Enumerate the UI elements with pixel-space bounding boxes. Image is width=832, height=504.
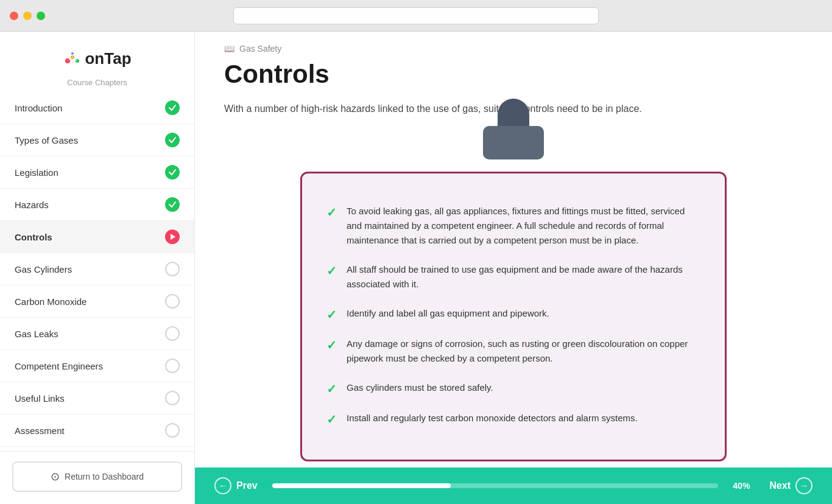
checklist-text-1: To avoid leaking gas, all gas appliances… <box>347 204 700 248</box>
checklist-text-3: Identify and label all gas equipment and… <box>347 306 549 321</box>
status-icon-hazards <box>165 197 180 212</box>
breadcrumb: 📖 Gas Safety <box>195 32 832 60</box>
check-icon-4: ✓ <box>326 338 337 352</box>
prev-circle-arrow-icon: ← <box>214 477 231 494</box>
checklist-text-6: Install and regularly test carbon monoxi… <box>347 411 638 425</box>
sidebar-item-legislation[interactable]: Legislation <box>0 156 194 189</box>
checklist-item-3: ✓ Identify and label all gas equipment a… <box>326 306 700 322</box>
chapter-label-competent-engineers: Competent Engineers <box>15 361 165 371</box>
traffic-lights <box>10 12 45 20</box>
svg-line-5 <box>72 57 77 61</box>
maximize-button[interactable] <box>37 12 45 20</box>
sidebar-item-gas-leaks[interactable]: Gas Leaks <box>0 318 194 350</box>
close-button[interactable] <box>10 12 18 20</box>
chapter-label-types-of-gases: Types of Gases <box>15 135 165 145</box>
status-icon-useful-links <box>165 391 180 405</box>
prev-label: Prev <box>236 480 258 491</box>
sidebar-item-types-of-gases[interactable]: Types of Gases <box>0 124 194 156</box>
bottom-bar: ← Prev 40% Next → <box>195 467 832 504</box>
checklist-text-4: Any damage or signs of corrosion, such a… <box>347 337 700 366</box>
page-content: Controls With a number of high-risk haza… <box>195 60 832 467</box>
status-icon-introduction <box>165 100 180 115</box>
checklist-board: ✓ To avoid leaking gas, all gas applianc… <box>300 172 727 461</box>
chapter-label-gas-cylinders: Gas Cylinders <box>15 264 165 275</box>
sidebar-item-gas-cylinders[interactable]: Gas Cylinders <box>0 253 194 285</box>
chapter-label-controls: Controls <box>15 232 165 242</box>
logo-icon <box>63 49 82 68</box>
status-icon-gas-cylinders <box>165 262 180 276</box>
app-container: onTap Course Chapters Introduction Types… <box>0 32 832 504</box>
chapter-label-carbon-monoxide: Carbon Monoxide <box>15 296 165 307</box>
checklist-text-2: All staff should be trained to use gas e… <box>347 262 700 292</box>
sidebar-footer: ⊙ Return to Dashboard <box>0 451 194 504</box>
chapter-label-gas-leaks: Gas Leaks <box>15 329 165 339</box>
return-btn-label: Return to Dashboard <box>65 472 144 481</box>
check-icon-5: ✓ <box>326 382 337 396</box>
breadcrumb-icon: 📖 <box>224 44 234 54</box>
prev-button[interactable]: ← Prev <box>214 477 258 494</box>
checklist-item-4: ✓ Any damage or signs of corrosion, such… <box>326 337 700 366</box>
next-circle-arrow-icon: → <box>795 477 813 494</box>
status-icon-controls <box>165 229 180 244</box>
main-content: 📖 Gas Safety Controls With a number of h… <box>195 32 832 504</box>
check-icon-2: ✓ <box>326 264 337 278</box>
url-bar[interactable] <box>233 7 599 24</box>
return-to-dashboard-button[interactable]: ⊙ Return to Dashboard <box>12 461 182 492</box>
check-icon-1: ✓ <box>326 205 337 220</box>
svg-marker-7 <box>171 234 175 240</box>
clipboard-container: ✓ To avoid leaking gas, all gas applianc… <box>224 141 803 461</box>
breadcrumb-text: Gas Safety <box>239 44 281 54</box>
progress-label: 40% <box>733 481 755 491</box>
sidebar-item-hazards[interactable]: Hazards <box>0 189 194 221</box>
sidebar: onTap Course Chapters Introduction Types… <box>0 32 195 504</box>
check-icon-3: ✓ <box>326 307 337 322</box>
course-chapters-label: Course Chapters <box>0 78 194 87</box>
checklist-item-6: ✓ Install and regularly test carbon mono… <box>326 411 700 427</box>
next-label: Next <box>769 480 791 491</box>
progress-track <box>272 483 719 488</box>
window-chrome <box>0 0 832 32</box>
status-icon-gas-leaks <box>165 326 180 341</box>
sidebar-item-controls[interactable]: Controls <box>0 221 194 253</box>
sidebar-logo: onTap <box>0 32 194 78</box>
sidebar-item-introduction[interactable]: Introduction <box>0 92 194 124</box>
sidebar-item-competent-engineers[interactable]: Competent Engineers <box>0 350 194 382</box>
sidebar-item-assessment[interactable]: Assessment <box>0 415 194 447</box>
clip-base <box>483 126 544 159</box>
return-icon: ⊙ <box>51 470 60 483</box>
page-title: Controls <box>224 60 803 89</box>
next-button[interactable]: Next → <box>769 477 813 494</box>
chapter-label-useful-links: Useful Links <box>15 393 165 404</box>
chapter-label-introduction: Introduction <box>15 103 165 113</box>
sidebar-item-useful-links[interactable]: Useful Links <box>0 382 194 415</box>
minimize-button[interactable] <box>23 12 32 20</box>
logo-text: onTap <box>85 49 131 68</box>
checklist-text-5: Gas cylinders must be stored safely. <box>347 380 493 395</box>
checklist-item-1: ✓ To avoid leaking gas, all gas applianc… <box>326 204 700 248</box>
content-area: 📖 Gas Safety Controls With a number of h… <box>195 32 832 467</box>
clipboard-clip <box>483 111 544 159</box>
status-icon-competent-engineers <box>165 359 180 373</box>
check-icon-6: ✓ <box>326 412 337 427</box>
checklist-item-5: ✓ Gas cylinders must be stored safely. <box>326 380 700 396</box>
status-icon-carbon-monoxide <box>165 294 180 309</box>
chapter-label-hazards: Hazards <box>15 200 165 210</box>
chapter-list: Introduction Types of Gases Legislation … <box>0 92 194 451</box>
chapter-label-assessment: Assessment <box>15 425 165 436</box>
status-icon-types-of-gases <box>165 133 180 147</box>
sidebar-item-carbon-monoxide[interactable]: Carbon Monoxide <box>0 285 194 318</box>
status-icon-legislation <box>165 165 180 180</box>
chapter-label-legislation: Legislation <box>15 167 165 178</box>
checklist-item-2: ✓ All staff should be trained to use gas… <box>326 262 700 292</box>
progress-fill <box>272 483 451 488</box>
status-icon-assessment <box>165 423 180 438</box>
